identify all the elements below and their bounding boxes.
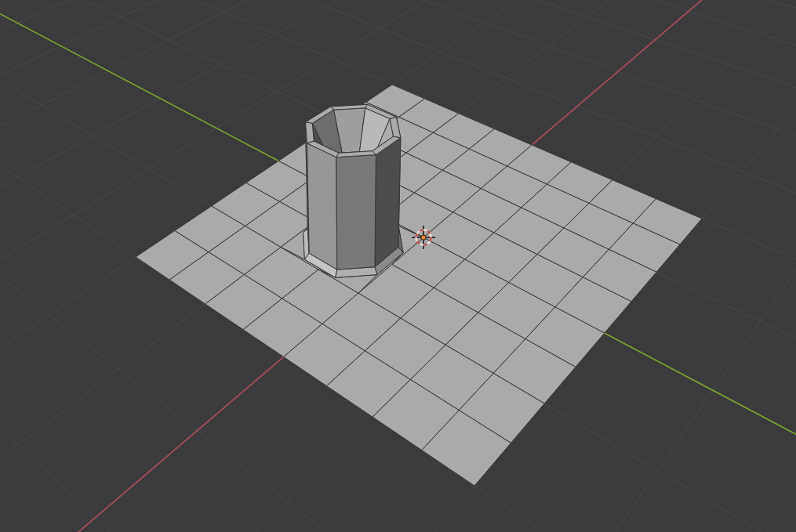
blender-3d-viewport — [0, 0, 796, 532]
viewport-canvas[interactable] — [0, 0, 796, 532]
